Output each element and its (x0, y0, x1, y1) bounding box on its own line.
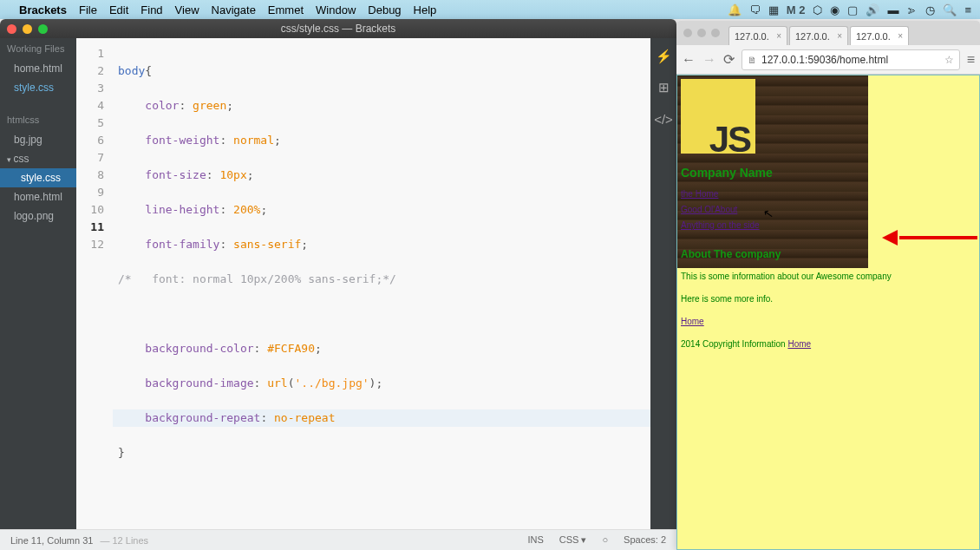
menu-icon[interactable]: ≡ (964, 3, 971, 16)
tab-2[interactable]: 127.0.0.× (789, 26, 848, 45)
working-files-header[interactable]: Working Files (0, 38, 76, 59)
clock-icon[interactable]: ◷ (925, 3, 935, 16)
working-file-home[interactable]: home.html (0, 59, 76, 78)
menu-help[interactable]: Help (414, 3, 437, 16)
chrome-tabstrip: 127.0.0.× 127.0.0.× 127.0.0.× (676, 21, 980, 45)
tab-3[interactable]: 127.0.0.× (850, 26, 909, 45)
wifi-icon[interactable]: ⪢ (906, 3, 918, 16)
notif-icon[interactable]: 🔔 (728, 3, 742, 16)
tree-stylecss[interactable]: style.css (0, 168, 76, 187)
volume-icon[interactable]: 🔊 (866, 3, 879, 16)
extensions-icon[interactable]: ⊞ (656, 80, 671, 95)
home-link-2[interactable]: Home (787, 339, 811, 349)
home-link[interactable]: Home (681, 317, 704, 326)
callout-arrow (882, 230, 977, 246)
status-circle[interactable]: ○ (602, 534, 608, 546)
status-lang[interactable]: CSS ▾ (559, 534, 587, 546)
spotlight-icon[interactable]: 🔍 (943, 3, 957, 16)
status-ins[interactable]: INS (527, 534, 543, 546)
tab-1[interactable]: 127.0.0.× (728, 26, 787, 45)
code-icon[interactable]: </> (656, 111, 671, 127)
about-p1: This is some information about our Aweso… (681, 268, 976, 285)
tree-logo[interactable]: logo.png (0, 206, 76, 226)
about-p2: Here is some more info. (681, 291, 976, 308)
chat-icon[interactable]: 🗨 (749, 3, 761, 16)
about-heading: About The company (681, 246, 977, 263)
code-area[interactable]: body{ color: green; font-weight: normal;… (113, 38, 650, 529)
adobe-icon[interactable]: M 2 (787, 3, 806, 16)
tree-bg[interactable]: bg.jpg (0, 130, 76, 149)
menu-navigate[interactable]: Navigate (212, 3, 256, 16)
brackets-window: css/style.css — Brackets Working Files h… (0, 19, 676, 550)
menu-find[interactable]: Find (140, 3, 162, 16)
mac-menubar: Brackets File Edit Find View Navigate Em… (0, 0, 980, 19)
menu-window[interactable]: Window (316, 3, 356, 16)
menu-file[interactable]: File (79, 3, 97, 16)
menu-emmet[interactable]: Emmet (268, 3, 304, 16)
chrome-close[interactable] (683, 29, 692, 37)
close-tab-icon[interactable]: × (776, 31, 781, 41)
cursor-position: Line 11, Column 31 (10, 535, 93, 546)
project-header[interactable]: htmlcss (0, 109, 76, 130)
gutter: 123456789101112 (76, 38, 113, 529)
status-spaces[interactable]: Spaces: 2 (624, 534, 666, 546)
omnibox[interactable]: 🗎 127.0.0.1:59036/home.html ☆ (742, 49, 960, 70)
url: 127.0.0.1:59036/home.html (761, 54, 888, 66)
tray: 🔔 🗨 ▦ M 2 ⬡ ◉ ▢ 🔊 ▬ ⪢ ◷ 🔍 ≡ (728, 3, 971, 16)
display-icon[interactable]: ▢ (847, 3, 858, 16)
chrome-window: 127.0.0.× 127.0.0.× 127.0.0.× ← → ⟳ 🗎 12… (676, 21, 980, 550)
preview-page: JS Company Name the Home Good Ol'About A… (676, 75, 980, 550)
chrome-toolbar: ← → ⟳ 🗎 127.0.0.1:59036/home.html ☆ ≡ (676, 45, 980, 75)
line-count: — 12 Lines (100, 535, 148, 546)
editor[interactable]: 123456789101112 body{ color: green; font… (76, 38, 650, 529)
brackets-titlebar[interactable]: css/style.css — Brackets (0, 19, 676, 38)
link-about[interactable]: Good Ol'About (681, 202, 977, 218)
link-home[interactable]: the Home (681, 187, 977, 202)
copyright: 2014 Copyright Information Home (681, 336, 976, 353)
page-icon: 🗎 (748, 55, 757, 65)
window-title: css/style.css — Brackets (0, 23, 676, 35)
chrome-zoom[interactable] (711, 29, 720, 37)
app-name[interactable]: Brackets (19, 3, 67, 16)
chrome-min[interactable] (697, 29, 706, 37)
statusbar: Line 11, Column 31 — 12 Lines INS CSS ▾ … (0, 529, 676, 550)
menu-debug[interactable]: Debug (368, 3, 401, 16)
close-tab-icon[interactable]: × (898, 31, 903, 41)
reload-button[interactable]: ⟳ (723, 51, 735, 68)
forward-button[interactable]: → (702, 52, 716, 68)
tree-home[interactable]: home.html (0, 187, 76, 206)
db-icon[interactable]: ▦ (768, 3, 779, 16)
dropbox-icon[interactable]: ⬡ (813, 3, 822, 16)
battery-icon[interactable]: ▬ (887, 3, 898, 16)
close-tab-icon[interactable]: × (837, 31, 842, 41)
menu-edit[interactable]: Edit (109, 3, 128, 16)
right-toolbar: ⚡ ⊞ </> (650, 38, 676, 529)
company-name: Company Name (681, 164, 977, 181)
sidebar: Working Files home.html style.css htmlcs… (0, 38, 76, 529)
chrome-menu-icon[interactable]: ≡ (967, 52, 975, 68)
menu-view[interactable]: View (175, 3, 199, 16)
bookmark-icon[interactable]: ☆ (944, 54, 954, 66)
tree-css-folder[interactable]: css (0, 149, 76, 168)
sync-icon[interactable]: ◉ (830, 3, 840, 16)
working-file-style[interactable]: style.css (0, 78, 76, 97)
back-button[interactable]: ← (682, 52, 696, 68)
live-preview-icon[interactable]: ⚡ (656, 49, 671, 64)
nav-links: the Home Good Ol'About Anything on the s… (681, 187, 977, 233)
